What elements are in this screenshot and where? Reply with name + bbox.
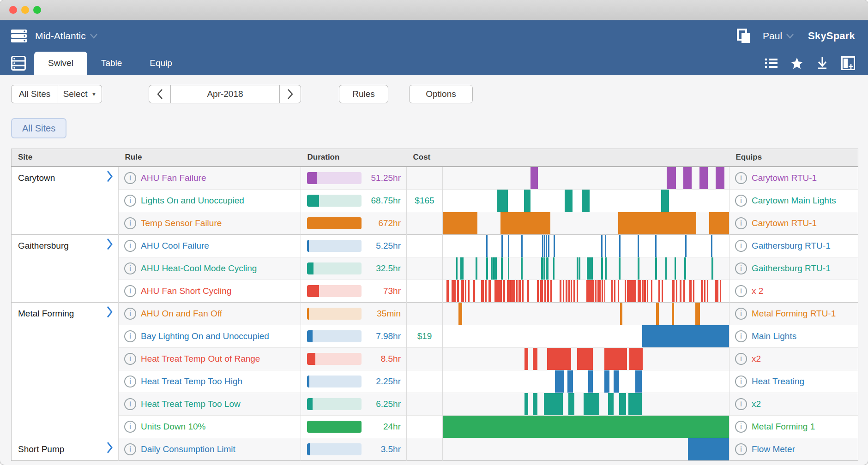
rule-link[interactable]: Bay Lighting On and Unoccupied bbox=[141, 331, 269, 341]
user-chevron-down-icon[interactable] bbox=[786, 33, 794, 39]
column-header-cost[interactable]: Cost bbox=[407, 149, 443, 167]
info-icon[interactable]: i bbox=[735, 376, 747, 388]
info-icon[interactable]: i bbox=[124, 217, 136, 229]
equip-link[interactable]: x 2 bbox=[752, 286, 763, 296]
date-range-field[interactable]: Apr-2018 bbox=[170, 85, 279, 103]
site-expand-chevron-icon[interactable] bbox=[107, 441, 113, 457]
column-header-rule[interactable]: Rule bbox=[119, 149, 301, 167]
equip-link[interactable]: Gaithersburg RTU-1 bbox=[752, 241, 831, 251]
info-icon[interactable]: i bbox=[735, 398, 747, 410]
equip-link[interactable]: Flow Meter bbox=[752, 444, 795, 454]
rule-link[interactable]: AHU Heat-Cool Mode Cycling bbox=[141, 263, 257, 274]
timeline-cell[interactable] bbox=[443, 393, 729, 415]
info-icon[interactable]: i bbox=[735, 172, 747, 184]
rule-link[interactable]: Heat Treat Temp Out of Range bbox=[141, 354, 260, 364]
timeline-cell[interactable] bbox=[443, 234, 729, 257]
next-period-button[interactable] bbox=[279, 85, 301, 103]
rule-link[interactable]: Daily Consumption Limit bbox=[141, 444, 235, 454]
favorite-star-icon[interactable] bbox=[790, 57, 803, 70]
rule-link[interactable]: AHU Fan Failure bbox=[141, 173, 206, 183]
equip-link[interactable]: Gaithersburg RTU-1 bbox=[752, 263, 831, 274]
all-sites-button[interactable]: All Sites bbox=[11, 85, 58, 103]
info-icon[interactable]: i bbox=[124, 443, 136, 455]
equip-link[interactable]: Main Lights bbox=[752, 331, 796, 341]
list-view-icon[interactable] bbox=[765, 58, 778, 69]
info-icon[interactable]: i bbox=[735, 262, 747, 274]
info-icon[interactable]: i bbox=[735, 240, 747, 252]
info-icon[interactable]: i bbox=[735, 443, 747, 455]
rule-link[interactable]: Lights On and Unoccupied bbox=[141, 196, 244, 206]
site-expand-chevron-icon[interactable] bbox=[107, 238, 113, 254]
database-icon[interactable] bbox=[11, 56, 26, 71]
minimize-window-button[interactable] bbox=[21, 6, 29, 14]
rule-link[interactable]: AHU Fan Short Cycling bbox=[141, 286, 231, 296]
timeline-cell[interactable] bbox=[443, 415, 729, 438]
site-label: Carytown bbox=[18, 173, 55, 183]
info-icon[interactable]: i bbox=[124, 398, 136, 410]
tab-swivel[interactable]: Swivel bbox=[34, 52, 87, 75]
equip-link[interactable]: Metal Forming 1 bbox=[752, 422, 815, 432]
rule-link[interactable]: AHU On and Fan Off bbox=[141, 309, 222, 319]
tab-table[interactable]: Table bbox=[87, 52, 136, 75]
info-icon[interactable]: i bbox=[124, 353, 136, 365]
timeline-cell[interactable] bbox=[443, 370, 729, 393]
column-header-duration[interactable]: Duration bbox=[301, 149, 407, 167]
timeline-cell[interactable] bbox=[443, 438, 729, 460]
tab-equip[interactable]: Equip bbox=[136, 52, 186, 75]
rule-link[interactable]: Heat Treat Temp Too Low bbox=[141, 399, 241, 409]
prev-period-button[interactable] bbox=[149, 85, 170, 103]
info-icon[interactable]: i bbox=[735, 421, 747, 433]
rule-link[interactable]: Units Down 10% bbox=[141, 422, 205, 432]
info-icon[interactable]: i bbox=[124, 330, 136, 342]
timeline-cell[interactable] bbox=[443, 189, 729, 212]
info-icon[interactable]: i bbox=[124, 376, 136, 388]
options-button[interactable]: Options bbox=[409, 85, 473, 103]
equip-link[interactable]: x2 bbox=[752, 354, 761, 364]
close-window-button[interactable] bbox=[9, 6, 17, 14]
user-menu[interactable]: Paul bbox=[763, 30, 782, 42]
rule-link[interactable]: Heat Treat Temp Too High bbox=[141, 376, 242, 387]
timeline-cell[interactable] bbox=[443, 257, 729, 280]
rule-link[interactable]: AHU Cool Failure bbox=[141, 241, 209, 251]
info-icon[interactable]: i bbox=[124, 285, 136, 297]
column-header-site[interactable]: Site bbox=[12, 149, 119, 167]
info-icon[interactable]: i bbox=[124, 240, 136, 252]
info-icon[interactable]: i bbox=[735, 308, 747, 320]
column-header-equips[interactable]: Equips bbox=[729, 149, 858, 167]
info-icon[interactable]: i bbox=[735, 353, 747, 365]
workspace-selector[interactable]: Mid-Atlantic bbox=[35, 30, 86, 42]
new-panel-icon[interactable] bbox=[841, 56, 855, 70]
info-icon[interactable]: i bbox=[735, 195, 747, 207]
maximize-window-button[interactable] bbox=[33, 6, 41, 14]
info-icon[interactable]: i bbox=[124, 195, 136, 207]
site-expand-chevron-icon[interactable] bbox=[107, 305, 113, 322]
equip-link[interactable]: Heat Treating bbox=[752, 376, 804, 387]
download-icon[interactable] bbox=[816, 57, 828, 70]
info-icon[interactable]: i bbox=[124, 172, 136, 184]
timeline-cell[interactable] bbox=[443, 280, 729, 302]
project-menu-icon[interactable] bbox=[11, 29, 28, 43]
chevron-down-icon[interactable] bbox=[90, 33, 98, 39]
info-icon[interactable]: i bbox=[124, 308, 136, 320]
select-dropdown-button[interactable]: Select▼ bbox=[58, 85, 102, 103]
info-icon[interactable]: i bbox=[735, 285, 747, 297]
info-icon[interactable]: i bbox=[124, 262, 136, 274]
info-icon[interactable]: i bbox=[735, 330, 747, 342]
timeline-cell[interactable] bbox=[443, 347, 729, 370]
equip-link[interactable]: Carytown RTU-1 bbox=[752, 218, 817, 228]
timeline-cell[interactable] bbox=[443, 302, 729, 325]
site-expand-chevron-icon[interactable] bbox=[107, 170, 113, 186]
equip-link[interactable]: x2 bbox=[752, 399, 761, 409]
rules-button[interactable]: Rules bbox=[339, 85, 388, 103]
info-icon[interactable]: i bbox=[124, 421, 136, 433]
timeline-cell[interactable] bbox=[443, 167, 729, 190]
equip-link[interactable]: Carytown RTU-1 bbox=[752, 173, 817, 183]
rule-link[interactable]: Temp Sensor Failure bbox=[141, 218, 222, 228]
timeline-cell[interactable] bbox=[443, 325, 729, 347]
copy-pages-icon[interactable] bbox=[737, 29, 751, 43]
equip-link[interactable]: Metal Forming RTU-1 bbox=[752, 309, 836, 319]
timeline-cell[interactable] bbox=[443, 212, 729, 234]
equip-link[interactable]: Carytown Main Lights bbox=[752, 196, 836, 206]
all-sites-chip[interactable]: All Sites bbox=[11, 118, 66, 138]
info-icon[interactable]: i bbox=[735, 217, 747, 229]
